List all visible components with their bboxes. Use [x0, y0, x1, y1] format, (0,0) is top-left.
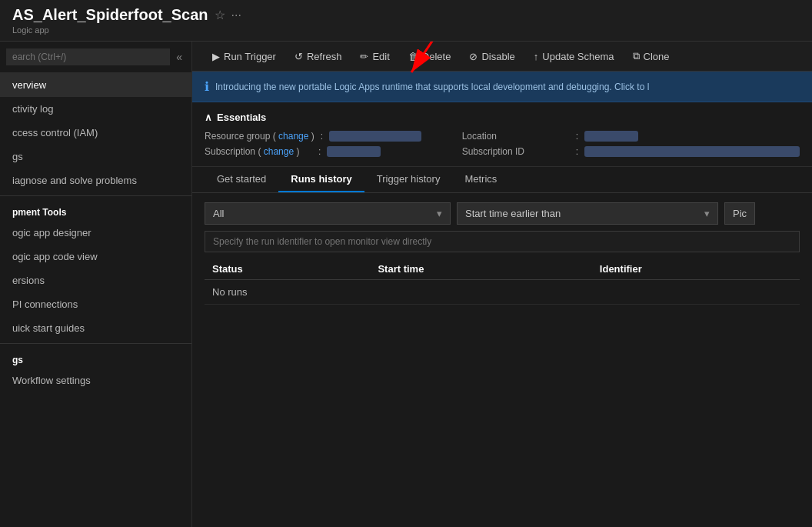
sidebar-item-tags-label: gs: [12, 151, 23, 162]
runs-table-body: No runs: [205, 280, 800, 305]
sidebar-item-code-view[interactable]: ogic app code view: [0, 245, 191, 269]
edit-icon: ✏: [360, 51, 368, 62]
subscription-id-value: [584, 146, 800, 157]
clone-button[interactable]: ⧉ Clone: [625, 46, 677, 66]
more-icon[interactable]: ···: [231, 8, 241, 22]
refresh-icon: ↺: [295, 51, 303, 62]
run-trigger-icon: ▶: [212, 51, 220, 62]
essentials-header: ∧ Essentials: [205, 112, 800, 123]
sidebar-search-container: «: [0, 42, 191, 73]
subscription-change-link[interactable]: change: [264, 146, 294, 157]
sidebar-item-workflow-settings[interactable]: Workflow settings: [0, 369, 191, 392]
col-identifier: Identifier: [592, 258, 800, 280]
refresh-button[interactable]: ↺ Refresh: [287, 47, 350, 66]
sidebar-item-diagnose-label: iagnose and solve problems: [12, 175, 137, 186]
filter-all-dropdown[interactable]: All ▾: [205, 202, 451, 225]
col-start-time: Start time: [370, 258, 591, 280]
clone-icon: ⧉: [633, 50, 640, 62]
filter-pick-btn[interactable]: Pic: [724, 202, 755, 225]
sidebar-section2-header: gs: [0, 347, 191, 369]
tab-runs-history[interactable]: Runs history: [278, 167, 364, 192]
run-trigger-button[interactable]: ▶ Run Trigger: [205, 47, 284, 66]
sidebar-section-dev-tools: pment Tools: [0, 199, 191, 221]
run-identifier-search[interactable]: [205, 231, 800, 252]
sidebar-item-designer[interactable]: ogic app designer: [0, 221, 191, 245]
location-row: Location :: [462, 131, 800, 142]
sidebar-item-quickstart[interactable]: uick start guides: [0, 316, 191, 340]
sidebar-item-api-connections[interactable]: PI connections: [0, 292, 191, 316]
filter-time-dropdown[interactable]: Start time earlier than ▾: [457, 202, 718, 225]
sidebar-item-overview[interactable]: verview: [0, 73, 191, 97]
sidebar-item-overview-label: verview: [12, 79, 46, 91]
sidebar-item-access-control-label: ccess control (IAM): [12, 127, 98, 138]
info-banner-text: Introducing the new portable Logic Apps …: [215, 82, 649, 92]
tab-metrics[interactable]: Metrics: [452, 167, 509, 192]
tab-get-started[interactable]: Get started: [205, 167, 278, 192]
content-area: ▶ Run Trigger ↺ Refresh ✏ Edit 🗑 Delete …: [192, 42, 812, 527]
resource-group-change-link[interactable]: change: [278, 131, 308, 142]
header: AS_Alert_Spiderfoot_Scan ☆ ··· Logic app: [0, 0, 812, 42]
resource-group-value: [329, 131, 421, 142]
tabs-bar: Get started Runs history Trigger history…: [192, 167, 812, 193]
sidebar-item-versions[interactable]: ersions: [0, 269, 191, 292]
essentials-collapse-icon[interactable]: ∧: [205, 112, 212, 123]
sidebar-item-access-control[interactable]: ccess control (IAM): [0, 121, 191, 145]
delete-button[interactable]: 🗑 Delete: [401, 47, 459, 66]
runs-table: Status Start time Identifier No runs: [205, 258, 800, 305]
sidebar: « verview ctivity log ccess control (IAM…: [0, 42, 192, 527]
info-icon: ℹ: [205, 79, 209, 94]
subscription-value: [327, 146, 381, 157]
runs-area: All ▾ Start time earlier than ▾ Pic Stat…: [192, 193, 812, 527]
location-value: [584, 131, 638, 142]
update-schema-button[interactable]: ↑ Update Schema: [526, 47, 622, 66]
delete-icon: 🗑: [408, 51, 418, 62]
edit-button[interactable]: ✏ Edit: [352, 47, 397, 66]
search-input[interactable]: [6, 48, 170, 65]
subscription-row: Subscription ( change ) :: [205, 146, 444, 157]
essentials-grid: Resource group ( change ) : Location :: [205, 131, 800, 157]
favorite-icon[interactable]: ☆: [215, 8, 225, 22]
filter-row: All ▾ Start time earlier than ▾ Pic: [205, 202, 800, 225]
sidebar-item-diagnose[interactable]: iagnose and solve problems: [0, 168, 191, 192]
tab-trigger-history[interactable]: Trigger history: [364, 167, 453, 192]
disable-icon: ⊘: [469, 51, 478, 62]
resource-group-row: Resource group ( change ) :: [205, 131, 444, 142]
col-status: Status: [205, 258, 370, 280]
no-runs-message: No runs: [205, 280, 800, 305]
update-schema-icon: ↑: [534, 51, 539, 62]
dropdown-arrow-time: ▾: [704, 208, 710, 219]
app-subtitle: Logic app: [12, 25, 800, 35]
dropdown-arrow-all: ▾: [437, 208, 442, 219]
app-title: AS_Alert_Spiderfoot_Scan: [12, 6, 208, 24]
runs-table-header: Status Start time Identifier: [205, 258, 800, 280]
no-runs-row: No runs: [205, 280, 800, 305]
subscription-id-row: Subscription ID :: [462, 146, 800, 157]
sidebar-item-activity-log[interactable]: ctivity log: [0, 97, 191, 121]
essentials-section: ∧ Essentials Resource group ( change ) :…: [192, 102, 812, 167]
info-banner[interactable]: ℹ Introducing the new portable Logic App…: [192, 72, 812, 102]
disable-button[interactable]: ⊘ Disable: [461, 47, 522, 66]
collapse-button[interactable]: «: [173, 48, 185, 66]
sidebar-item-tags[interactable]: gs: [0, 145, 191, 168]
sidebar-item-activity-log-label: ctivity log: [12, 103, 53, 115]
toolbar: ▶ Run Trigger ↺ Refresh ✏ Edit 🗑 Delete …: [192, 42, 812, 72]
